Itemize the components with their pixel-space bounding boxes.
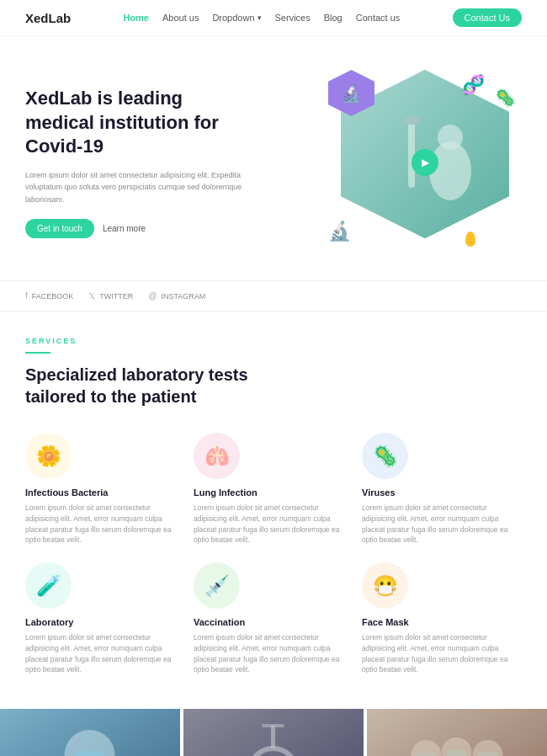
social-twitter[interactable]: 𝕏 TWITTER xyxy=(88,291,133,301)
twitter-label: TWITTER xyxy=(99,292,133,301)
gallery-image-3 xyxy=(367,709,547,756)
facebook-label: FACEBOOK xyxy=(32,292,74,301)
svg-rect-8 xyxy=(75,751,105,756)
nav-links: Home About us Dropdown Services Blog Con… xyxy=(123,13,400,23)
viruses-title: Viruses xyxy=(362,487,396,498)
services-title: Specialized laboratory tests tailored to… xyxy=(25,364,522,407)
services-section: SERVICES Specialized laboratory tests ta… xyxy=(0,311,547,692)
learn-more-button[interactable]: Learn more xyxy=(103,224,146,233)
viruses-icon: 🦠 xyxy=(373,445,398,468)
nav-blog[interactable]: Blog xyxy=(324,13,343,23)
gallery-image-1 xyxy=(0,709,180,756)
lung-infection-icon-wrap: 🫁 xyxy=(194,433,240,479)
face-mask-icon-wrap: 😷 xyxy=(362,562,408,609)
play-button[interactable]: ▶ xyxy=(412,149,438,176)
social-instagram[interactable]: @ INSTAGRAM xyxy=(148,291,205,301)
instagram-icon: @ xyxy=(148,291,157,301)
navbar: XedLab Home About us Dropdown Services B… xyxy=(0,0,547,36)
twitter-icon: 𝕏 xyxy=(88,291,95,301)
hero-text: XedLab is leading medical institution fo… xyxy=(25,87,252,238)
services-underline xyxy=(25,352,50,354)
contact-button[interactable]: Contact Us xyxy=(453,8,522,27)
service-card-vaccination: 💉 Vaccination Lorem ipsum dolor sit amet… xyxy=(194,562,353,675)
viruses-desc: Lorem ipsum dolor sit amet consectetur a… xyxy=(362,503,522,546)
lung-infection-desc: Lorem ipsum dolor sit amet consectetur a… xyxy=(194,503,353,546)
microscope-icon: 🔬 xyxy=(328,221,351,242)
laboratory-desc: Lorem ipsum dolor sit amet consectetur a… xyxy=(25,632,185,675)
dna-icon: 🧬 xyxy=(458,70,488,100)
instagram-label: INSTAGRAM xyxy=(161,292,205,301)
hero-title: XedLab is leading medical institution fo… xyxy=(25,87,252,159)
gallery-item-1 xyxy=(0,709,180,756)
vaccination-icon: 💉 xyxy=(204,574,230,598)
gallery-image-2 xyxy=(183,709,364,756)
svg-point-3 xyxy=(429,141,471,200)
logo: XedLab xyxy=(25,11,71,25)
svg-point-4 xyxy=(438,125,463,150)
laboratory-icon: 🧪 xyxy=(36,574,61,598)
infectious-bacteria-desc: Lorem ipsum dolor sit amet consectetur a… xyxy=(25,503,185,546)
service-card-infectious-bacteria: 🌼 Infectious Bacteria Lorem ipsum dolor … xyxy=(25,433,185,546)
service-card-laboratory: 🧪 Laboratory Lorem ipsum dolor sit amet … xyxy=(25,562,185,675)
hero-image-area: 🧬 🦠 🔬 ▶ 🔬 xyxy=(328,70,522,255)
svg-rect-2 xyxy=(404,116,419,125)
services-grid: 🌼 Infectious Bacteria Lorem ipsum dolor … xyxy=(25,433,522,675)
yellow-droplet xyxy=(465,232,475,247)
play-icon: ▶ xyxy=(422,157,429,168)
lung-infection-title: Lung Infection xyxy=(194,487,258,498)
facebook-icon: f xyxy=(25,291,28,301)
infectious-bacteria-icon-wrap: 🌼 xyxy=(25,433,72,479)
vaccination-desc: Lorem ipsum dolor sit amet consectetur a… xyxy=(194,632,353,675)
nav-dropdown[interactable]: Dropdown xyxy=(212,13,261,23)
nav-home[interactable]: Home xyxy=(123,13,149,23)
viruses-icon-wrap: 🦠 xyxy=(362,433,408,479)
service-card-face-mask: 😷 Face Mask Lorem ipsum dolor sit amet c… xyxy=(362,562,522,675)
service-card-viruses: 🦠 Viruses Lorem ipsum dolor sit amet con… xyxy=(362,433,522,546)
hero-buttons: Get in touch Learn more xyxy=(25,219,252,238)
gallery-section xyxy=(0,692,547,756)
face-mask-icon: 😷 xyxy=(373,574,398,598)
get-in-touch-button[interactable]: Get in touch xyxy=(25,219,94,238)
social-facebook[interactable]: f FACEBOOK xyxy=(25,291,73,301)
svg-rect-23 xyxy=(417,753,437,756)
service-card-lung-infection: 🫁 Lung Infection Lorem ipsum dolor sit a… xyxy=(194,433,353,546)
nav-about[interactable]: About us xyxy=(162,13,199,23)
nav-services[interactable]: Services xyxy=(275,13,311,23)
infectious-bacteria-icon: 🌼 xyxy=(36,445,61,468)
svg-rect-24 xyxy=(447,750,467,756)
hero-description: Lorem ipsum dolor sit amet consectetur a… xyxy=(25,169,252,205)
gallery-item-3 xyxy=(367,709,547,756)
face-mask-desc: Lorem ipsum dolor sit amet consectetur a… xyxy=(362,632,522,675)
infectious-bacteria-title: Infectious Bacteria xyxy=(25,487,108,498)
social-bar: f FACEBOOK 𝕏 TWITTER @ INSTAGRAM xyxy=(0,280,547,311)
virus-float-icon: 🦠 xyxy=(492,85,518,110)
vaccination-title: Vaccination xyxy=(194,617,245,627)
face-mask-title: Face Mask xyxy=(362,617,409,627)
hero-section: XedLab is leading medical institution fo… xyxy=(0,36,547,280)
services-tag: SERVICES xyxy=(25,337,522,345)
svg-rect-25 xyxy=(478,753,498,756)
nav-contact[interactable]: Contact us xyxy=(356,13,401,23)
vaccination-icon-wrap: 💉 xyxy=(194,562,240,609)
laboratory-icon-wrap: 🧪 xyxy=(25,562,72,609)
gallery-item-2 xyxy=(183,709,364,756)
lung-infection-icon: 🫁 xyxy=(204,445,230,468)
laboratory-title: Laboratory xyxy=(25,617,73,627)
